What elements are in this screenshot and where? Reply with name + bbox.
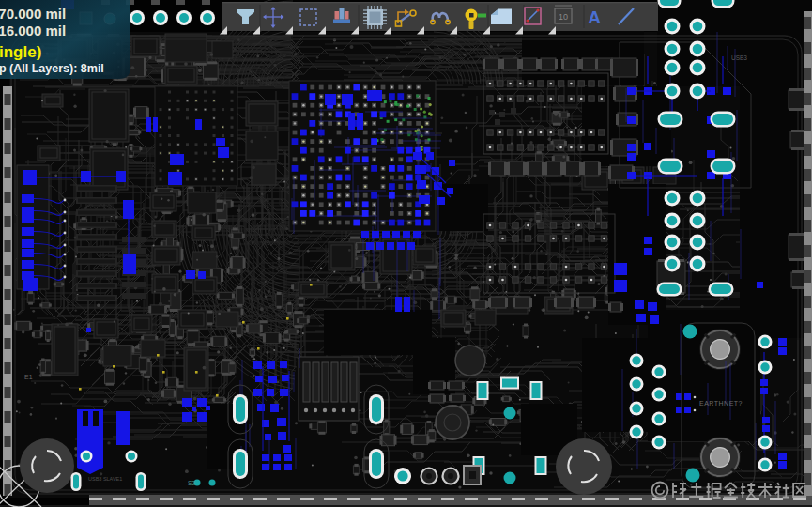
svg-text:S2: S2 bbox=[188, 480, 195, 486]
svg-text:A: A bbox=[588, 8, 601, 27]
svg-text:EARTHNET?: EARTHNET? bbox=[699, 400, 743, 407]
svg-text:USB3 SLAVE1: USB3 SLAVE1 bbox=[88, 476, 122, 482]
svg-text:p (All Layers): 8mil: p (All Layers): 8mil bbox=[0, 62, 104, 75]
svg-text:USB3: USB3 bbox=[731, 54, 747, 61]
svg-text:770.000 mil: 770.000 mil bbox=[0, 6, 66, 22]
svg-text:ingle): ingle) bbox=[0, 43, 41, 61]
svg-text:E1: E1 bbox=[24, 374, 33, 380]
svg-text:216.000 mil: 216.000 mil bbox=[0, 23, 66, 38]
svg-text:10: 10 bbox=[559, 12, 568, 22]
